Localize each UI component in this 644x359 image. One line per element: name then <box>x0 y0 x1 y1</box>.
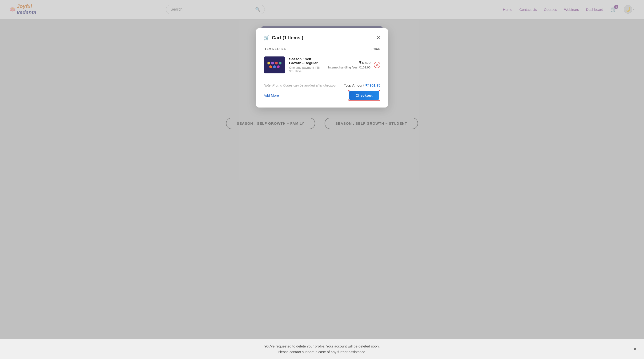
checkout-button[interactable]: Checkout <box>349 91 379 100</box>
thumb-dot <box>273 65 276 68</box>
modal-overlay: 🛒 Cart (1 Items ) ✕ ITEM DETAILS PRICE <box>0 0 644 359</box>
item-info: Season : Self Growth - Regular One time … <box>289 57 324 73</box>
cart-table-header: ITEM DETAILS PRICE <box>264 45 380 52</box>
total-section: Total Amount ₹4901.95 <box>344 83 380 87</box>
notification-line2: Please contact support in case of any fu… <box>264 349 380 355</box>
modal-title: Cart (1 Items ) <box>272 35 303 40</box>
col-item-header: ITEM DETAILS <box>264 47 286 50</box>
cart-bottom-row: Add More Checkout <box>264 90 380 101</box>
cart-modal: 🛒 Cart (1 Items ) ✕ ITEM DETAILS PRICE <box>256 28 388 107</box>
notification-line1: You've requested to delete your profile.… <box>264 344 380 349</box>
item-thumbnail <box>264 56 285 73</box>
item-name: Season : Self Growth - Regular <box>289 57 324 65</box>
total-amount: ₹4901.95 <box>365 83 380 87</box>
total-label: Total Amount ₹4901.95 <box>344 83 380 87</box>
item-price: ₹4,800 <box>328 61 370 65</box>
cart-footer: Note: Promo Codes can be applied after c… <box>264 81 380 87</box>
col-price-header: PRICE <box>370 47 380 50</box>
thumb-dot <box>275 62 278 64</box>
thumb-dot <box>279 62 282 64</box>
modal-close-button[interactable]: ✕ <box>376 35 380 40</box>
bottom-notification: You've requested to delete your profile.… <box>0 339 644 359</box>
notification-close-button[interactable]: ✕ <box>633 346 637 352</box>
item-subtitle: One time payment | Till 365 days <box>289 66 324 73</box>
notification-text: You've requested to delete your profile.… <box>264 344 380 355</box>
modal-title-wrap: 🛒 Cart (1 Items ) <box>264 35 303 40</box>
thumb-dot <box>268 62 270 64</box>
remove-circle-icon: ✕ <box>374 62 380 68</box>
thumb-dots <box>268 62 282 68</box>
thumb-dot <box>271 62 274 64</box>
add-more-link[interactable]: Add More <box>264 93 279 97</box>
cart-item-row: Season : Self Growth - Regular One time … <box>264 53 380 77</box>
modal-header: 🛒 Cart (1 Items ) ✕ <box>264 35 380 40</box>
checkout-btn-wrap: Checkout <box>348 90 380 101</box>
price-col: ₹4,800 Internet handling fees: ₹101.95 <box>328 61 370 69</box>
promo-note: Note: Promo Codes can be applied after c… <box>264 83 336 87</box>
thumb-dot <box>269 65 272 68</box>
handling-fee: Internet handling fees: ₹101.95 <box>328 66 370 69</box>
cart-icon-modal: 🛒 <box>264 35 270 40</box>
cart-item-left: Season : Self Growth - Regular One time … <box>264 56 324 73</box>
remove-item-button[interactable]: ✕ <box>374 62 380 68</box>
cart-item-right: ₹4,800 Internet handling fees: ₹101.95 ✕ <box>328 61 380 69</box>
thumb-dot <box>277 65 280 68</box>
